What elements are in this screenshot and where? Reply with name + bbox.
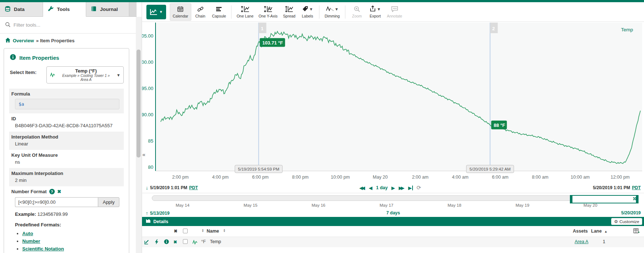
cursor-timestamp-label: 5/19/2019 5:54:59 PM [238, 167, 279, 171]
formula-box[interactable]: $a [15, 99, 119, 109]
range-axis-label: May 16 [312, 203, 326, 207]
book-icon [91, 6, 97, 13]
tool-dimming[interactable]: ▼ Dimming [322, 3, 342, 21]
wrench-icon [48, 6, 54, 13]
breadcrumb-overview-link[interactable]: Overview [13, 38, 34, 43]
filter-tools-input[interactable] [14, 22, 116, 28]
sidebar-tabs: Data Tools Journal [0, 2, 137, 17]
table-row[interactable]: ✖ °F Temp Area A 1 [142, 237, 644, 247]
formula-label: Formula [11, 91, 121, 97]
add-column-icon[interactable] [633, 228, 640, 235]
range-axis-labels: May 14May 15May 16May 17May 18May 19May … [142, 203, 644, 209]
series-legend-label[interactable]: Temp [621, 27, 633, 32]
remove-all-icon[interactable]: ✖ [174, 229, 177, 234]
tool-one-lane[interactable]: One Lane [234, 3, 256, 21]
step-forward-much-button[interactable]: ▶▶ [399, 186, 405, 190]
property-id: ID B4B046F3-DA3D-42AE-8CD8-74A11075A557 [9, 113, 124, 132]
tool-chain[interactable]: Chain [191, 3, 210, 21]
range-axis-label: May 17 [380, 203, 394, 207]
value-badge-label: 103.71 °F [262, 40, 283, 46]
filter-tools-row [0, 17, 137, 34]
refresh-icon[interactable]: ⟳ [417, 184, 421, 191]
item-unit: °F [201, 239, 206, 244]
select-all-checkbox[interactable] [183, 229, 188, 233]
panel-title: Item Properties [19, 55, 59, 61]
row-checkbox[interactable] [183, 239, 188, 244]
investigate-range-row: ↑ 5/13/2019 7 days 5/20/2019 [142, 210, 644, 217]
breadcrumb: Overview » Item Properties [0, 34, 137, 47]
toolbar-separator [231, 5, 231, 19]
investigate-duration[interactable]: 7 days [386, 210, 400, 215]
breadcrumb-current: » Item Properties [36, 38, 75, 43]
range-slider-left-handle[interactable] [570, 195, 572, 203]
sort-icon[interactable]: ▲▼ [223, 229, 226, 232]
step-to-end-button[interactable]: ▶ [408, 186, 413, 190]
edit-icon[interactable] [144, 239, 150, 246]
tool-calendar-label: Calendar [173, 14, 188, 18]
step-size-label[interactable]: 1 day [376, 185, 388, 190]
home-icon[interactable] [5, 38, 11, 44]
tool-zoom[interactable]: Zoom [348, 3, 366, 21]
one-y-axis-icon [264, 5, 272, 12]
sidebar-scrollbar-thumb[interactable] [137, 50, 141, 157]
sidebar-scrollbar-track[interactable] [136, 17, 142, 253]
remove-item-icon[interactable]: ✖ [173, 240, 177, 245]
sort-icon[interactable]: ▲▼ [202, 229, 204, 232]
format-number-link[interactable]: Number [22, 238, 40, 244]
range-expand-arrow-icon: ↑ [146, 210, 148, 216]
number-format-input[interactable] [15, 197, 98, 207]
range-slider-right-handle[interactable] [636, 195, 639, 203]
timezone-link[interactable]: PDT [189, 185, 198, 190]
trend-chart[interactable]: 105.00100.0095.0090.0085802:00 pm4:00 pm… [142, 22, 644, 182]
tool-annotate[interactable]: Annotate [384, 3, 405, 21]
format-auto-link[interactable]: Auto [22, 231, 33, 236]
capsule-cursor-number: 1 [261, 26, 263, 31]
tab-tools[interactable]: Tools [43, 2, 86, 17]
clear-format-icon[interactable]: ✖ [57, 189, 61, 194]
timezone-link[interactable]: PDT [632, 185, 641, 190]
column-assets-header[interactable]: Assets [573, 229, 588, 234]
tab-journal[interactable]: Journal [86, 2, 129, 16]
tool-labels[interactable]: ▼ Labels [298, 3, 317, 21]
range-slider-track[interactable] [152, 195, 629, 201]
tool-one-y-axis[interactable]: One Y-Axis [256, 3, 280, 21]
apply-button[interactable]: Apply [98, 197, 119, 207]
range-slider-window[interactable] [570, 195, 639, 203]
tab-data[interactable]: Data [0, 2, 43, 16]
info-circle-icon[interactable] [164, 239, 169, 245]
plot-area[interactable] [156, 23, 642, 171]
step-back-button[interactable]: ◀ [369, 186, 372, 190]
id-label: ID [11, 116, 121, 121]
tag-icon [302, 5, 308, 13]
column-name-header[interactable]: Name [207, 229, 219, 234]
tool-calendar[interactable]: Calendar [170, 3, 191, 21]
help-icon[interactable]: ? [49, 189, 55, 194]
auto-update-icon[interactable]: » [633, 194, 636, 202]
column-lane-header[interactable]: Lane [591, 229, 602, 234]
lightning-icon[interactable] [154, 239, 159, 246]
property-key-unit: Key Unit Of Measure ns [9, 150, 124, 168]
sidebar-collapse-handle[interactable]: « [142, 151, 148, 159]
x-tick-label: 8:00 am [532, 175, 548, 180]
y-tick-label: 105.00 [142, 33, 153, 39]
customize-label: Customize [620, 219, 639, 224]
view-selector-button[interactable]: ▼ [146, 5, 166, 19]
range-start-arrow-icon: ↓ [146, 185, 148, 191]
step-back-much-button[interactable]: ◀◀ [359, 186, 365, 190]
chevron-down-icon: ▼ [159, 10, 163, 14]
tab-data-label: Data [14, 7, 24, 12]
tool-labels-label: Labels [302, 14, 313, 18]
tool-capsule[interactable]: Capsule [210, 3, 229, 21]
step-forward-button[interactable]: ▶ [391, 186, 395, 190]
list-item: Number [22, 237, 121, 245]
item-select-dropdown[interactable]: Temp (°F) Example » Cooling Tower 1 » Ar… [46, 66, 124, 83]
tool-export[interactable]: ▼ Export [366, 3, 384, 21]
x-tick-label: 2:00 pm [172, 175, 188, 180]
value-badge-label: 88 °F [494, 122, 505, 128]
tool-spread[interactable]: Spread [280, 3, 298, 21]
asset-link[interactable]: Area A [575, 239, 589, 244]
customize-button[interactable]: ⚙ Customize [611, 218, 642, 225]
format-scientific-link[interactable]: Scientific Notation [22, 246, 64, 252]
y-tick-label: 95.00 [142, 86, 153, 91]
sort-asc-icon[interactable]: ▲ [604, 230, 607, 233]
